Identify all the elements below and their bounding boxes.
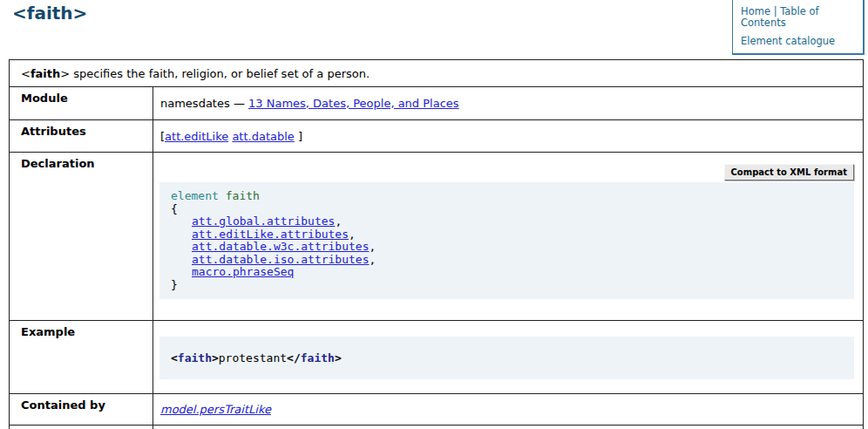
nav-home-link[interactable]: Home xyxy=(741,5,770,17)
rnc-keyword: element xyxy=(171,189,219,202)
code-line: att.datable.iso.attributes, xyxy=(171,254,847,267)
contained-by-value: model.persTraitLike xyxy=(153,394,864,426)
module-dash: — xyxy=(234,97,245,110)
nav-separator: | xyxy=(774,5,777,17)
open-brace: { xyxy=(171,202,178,215)
att-datable-w3c-attributes-link[interactable]: att.datable.w3c.attributes xyxy=(192,240,370,253)
example-row: Example <faith>protestant</faith> xyxy=(10,321,864,394)
example-label: Example xyxy=(10,321,153,394)
attributes-label: Attributes xyxy=(10,120,153,153)
code-suffix: , xyxy=(370,240,376,253)
attributes-close-bracket: ] xyxy=(298,130,302,143)
declaration-toolbar: Compact to XML format xyxy=(159,164,854,180)
code-line: att.editLike.attributes, xyxy=(171,228,847,242)
code-line: att.datable.w3c.attributes, xyxy=(171,241,847,254)
partial-row-value-cell xyxy=(153,426,864,429)
declaration-label: Declaration xyxy=(10,153,153,321)
example-open-bracket: < xyxy=(171,351,178,364)
code-line: { xyxy=(171,203,847,216)
example-close-open-bracket: </ xyxy=(287,351,301,364)
att-editlike-attributes-link[interactable]: att.editLike.attributes xyxy=(192,228,349,241)
attributes-value: [att.editLike att.datable ] xyxy=(153,120,864,153)
nav-line-top: Home | Table of Contents xyxy=(741,6,856,29)
rnc-element-name: faith xyxy=(226,189,260,202)
module-chapter-link[interactable]: 13 Names, Dates, People, and Places xyxy=(248,97,459,110)
page-title: <faith> xyxy=(12,3,87,24)
att-datable-iso-attributes-link[interactable]: att.datable.iso.attributes xyxy=(192,253,370,266)
declaration-row: Declaration Compact to XML format elemen… xyxy=(10,153,864,321)
module-value: namesdates — 13 Names, Dates, People, an… xyxy=(153,87,864,120)
code-line: elementfaith xyxy=(171,190,847,203)
partial-row-label-cell xyxy=(10,426,153,429)
compact-to-xml-button[interactable]: Compact to XML format xyxy=(724,164,854,180)
contained-by-label: Contained by xyxy=(10,394,153,426)
declaration-code-block: elementfaith { att.global.attributes, at… xyxy=(159,182,854,299)
nav-element-catalogue-link[interactable]: Element catalogue xyxy=(741,35,835,47)
model-perstraitlike-link[interactable]: model.persTraitLike xyxy=(160,403,271,416)
gi-open-bracket: < xyxy=(21,67,31,80)
declaration-value: Compact to XML format elementfaith { att… xyxy=(153,153,864,321)
nav-line-bottom: Element catalogue xyxy=(741,36,856,47)
module-name: namesdates xyxy=(160,97,230,110)
code-line: att.global.attributes, xyxy=(171,215,847,228)
contained-by-row: Contained by model.persTraitLike xyxy=(10,394,864,426)
gi-close-bracket: > xyxy=(60,67,70,80)
nav-box: Home | Table of Contents Element catalog… xyxy=(732,0,865,55)
example-code-block: <faith>protestant</faith> xyxy=(159,337,854,379)
att-datable-link[interactable]: att.datable xyxy=(232,130,294,143)
att-global-attributes-link[interactable]: att.global.attributes xyxy=(192,214,335,228)
macro-phraseseq-link[interactable]: macro.phraseSeq xyxy=(192,265,294,278)
element-spec-table: <faith> specifies the faith, religion, o… xyxy=(9,59,864,429)
module-row: Module namesdates — 13 Names, Dates, Peo… xyxy=(10,87,864,120)
attributes-row: Attributes [att.editLike att.datable ] xyxy=(10,120,864,153)
code-suffix: , xyxy=(335,214,342,228)
close-brace: } xyxy=(171,278,178,291)
att-editlike-link[interactable]: att.editLike xyxy=(165,130,228,143)
description-text: specifies the faith, religion, or belief… xyxy=(70,67,370,80)
example-value: <faith>protestant</faith> xyxy=(153,321,864,394)
code-line: } xyxy=(171,279,847,292)
code-suffix: , xyxy=(349,228,356,241)
partial-row xyxy=(10,426,864,429)
example-gt: > xyxy=(212,351,219,364)
element-description: <faith> specifies the faith, religion, o… xyxy=(10,60,864,87)
module-label: Module xyxy=(10,87,153,120)
description-row: <faith> specifies the faith, religion, o… xyxy=(10,60,864,87)
example-content: protestant xyxy=(219,351,287,364)
code-suffix: , xyxy=(370,253,376,266)
example-close-gt: > xyxy=(335,351,342,364)
code-line: macro.phraseSeq xyxy=(171,266,847,279)
gi-element-name: faith xyxy=(31,67,60,80)
example-close-tag: faith xyxy=(301,351,335,364)
example-open-tag: faith xyxy=(178,351,212,364)
